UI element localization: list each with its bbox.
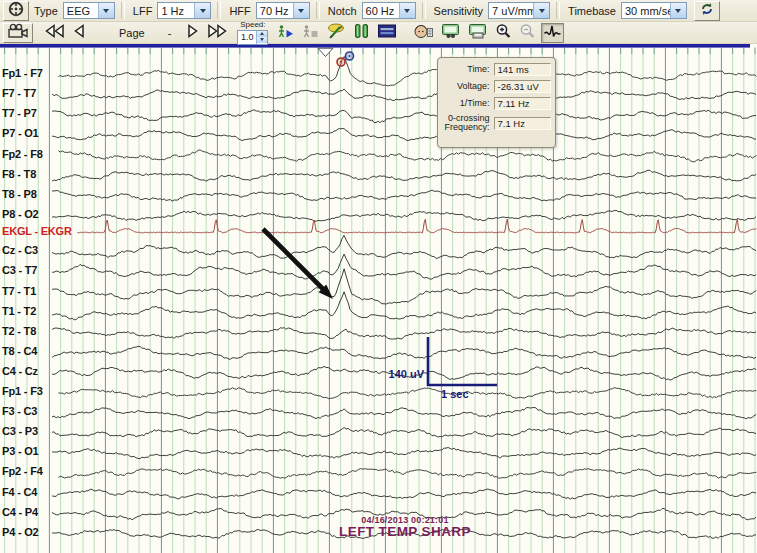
- refresh-button[interactable]: [694, 1, 720, 21]
- lff-label: LFF: [131, 5, 155, 17]
- hff-select[interactable]: 70 Hz: [256, 2, 310, 19]
- monitor-print-button[interactable]: [466, 23, 490, 43]
- type-label: Type: [32, 5, 60, 17]
- event-annotation: 04/16/2013 00:21:01 LEFT TEMP SHARP: [285, 516, 525, 540]
- page-label: Page: [117, 27, 147, 39]
- type-select[interactable]: EEG: [63, 2, 115, 19]
- channel-label: F8 - T8: [2, 167, 36, 181]
- zoom-in-button[interactable]: [493, 23, 514, 43]
- eeg-canvas[interactable]: [0, 0, 757, 553]
- voltage-label: Voltage:: [440, 82, 494, 91]
- timebase-select[interactable]: 30 mm/sec: [621, 2, 687, 19]
- fast-backward-button[interactable]: [42, 23, 67, 43]
- cursor-end-dot: [349, 55, 351, 57]
- channel-label: P3 - O1: [2, 444, 39, 458]
- channel-label: C4 - Cz: [2, 364, 38, 378]
- channel-label: Fp1 - F7: [2, 66, 43, 80]
- event-label: LEFT TEMP SHARP: [285, 525, 525, 539]
- waveform-tool-button[interactable]: [541, 23, 564, 43]
- toolbar-filters: Type EEG LFF 1 Hz HFF 70 Hz Notch 60 Hz …: [0, 0, 757, 22]
- run-review-button[interactable]: [275, 23, 297, 43]
- zero-crossing-label: 0-crossing Frequency:: [440, 114, 494, 132]
- chevron-down-icon[interactable]: [670, 3, 686, 18]
- channel-label: Fp2 - F8: [2, 147, 43, 161]
- zoom-out-icon: [519, 23, 536, 42]
- montage-columns-button[interactable]: [351, 23, 372, 43]
- monitor-search-icon: [441, 23, 461, 42]
- spin-down-icon[interactable]: [257, 37, 267, 43]
- annotation-pencil-icon: [327, 23, 346, 42]
- eeg-review-window: Type EEG LFF 1 Hz HFF 70 Hz Notch 60 Hz …: [0, 0, 757, 553]
- channel-label: T2 - T8: [2, 324, 36, 338]
- channel-label: P8 - O2: [2, 207, 39, 221]
- channel-label: T8 - C4: [2, 344, 37, 358]
- timebase-value: 30 mm/sec: [622, 5, 670, 17]
- chevron-down-icon[interactable]: [293, 3, 309, 18]
- chevron-down-icon[interactable]: [98, 3, 114, 18]
- step-backward-button[interactable]: [70, 23, 88, 43]
- separator: [217, 2, 221, 19]
- channel-label: Cz - C3: [2, 243, 38, 257]
- timeline-bar[interactable]: [0, 44, 750, 48]
- channel-label: P4 - O2: [2, 525, 39, 539]
- notch-select[interactable]: 60 Hz: [362, 2, 416, 19]
- channel-label: T7 - P7: [2, 106, 37, 120]
- speed-label: Speed:: [240, 21, 265, 29]
- step-forward-button[interactable]: [184, 23, 202, 43]
- page-value: -: [166, 27, 174, 39]
- sensitivity-value: 7 uV/mm: [489, 5, 533, 17]
- chevron-down-icon[interactable]: [194, 3, 210, 18]
- waveform-tool-icon: [543, 24, 562, 42]
- notch-value: 60 Hz: [363, 5, 399, 17]
- speed-control: Speed: 1.0: [237, 21, 268, 45]
- patient-face-icon: [413, 23, 434, 42]
- zoom-in-icon: [495, 23, 512, 42]
- type-value: EEG: [64, 5, 98, 17]
- inv-time-value: 7.11 Hz: [494, 97, 551, 110]
- step-backward-icon: [73, 24, 85, 41]
- reel-icon: [7, 1, 25, 20]
- zoom-out-button[interactable]: [517, 23, 538, 43]
- annotation-pencil-button[interactable]: [325, 23, 348, 43]
- measurement-row: Voltage: -26.31 uV: [440, 80, 551, 93]
- video-camera-button[interactable]: [3, 23, 33, 43]
- chevron-down-icon[interactable]: [399, 3, 415, 18]
- channel-label: C4 - P4: [2, 505, 38, 519]
- run-review-icon: [277, 24, 295, 42]
- inv-time-label: 1/Time:: [440, 99, 494, 108]
- channel-label: C3 - T7: [2, 263, 37, 277]
- video-screen-icon: [377, 23, 397, 42]
- separator: [316, 2, 320, 19]
- hff-value: 70 Hz: [257, 5, 293, 17]
- cursor-start-dot: [340, 61, 342, 63]
- pause-review-button[interactable]: [300, 23, 322, 43]
- channel-label: T1 - T2: [2, 304, 36, 318]
- measurement-box: Time: 141 ms Voltage: -26.31 uV 1/Time: …: [437, 57, 556, 148]
- timebase-label: Timebase: [566, 5, 618, 17]
- sensitivity-select[interactable]: 7 uV/mm: [488, 2, 550, 19]
- scale-time-label: 1 sec: [441, 388, 469, 400]
- channel-label: Fp2 - F4: [2, 464, 43, 478]
- step-forward-icon: [187, 24, 199, 41]
- channel-label: EKGL - EKGR: [2, 224, 72, 238]
- patient-face-button[interactable]: [411, 23, 436, 43]
- channel-label: F4 - C4: [2, 485, 37, 499]
- hff-label: HFF: [227, 5, 252, 17]
- speed-value: 1.0: [238, 31, 256, 44]
- chevron-down-icon[interactable]: [533, 3, 549, 18]
- fast-forward-button[interactable]: [205, 23, 230, 43]
- lff-select[interactable]: 1 Hz: [157, 2, 211, 19]
- monitor-search-button[interactable]: [439, 23, 463, 43]
- lff-value: 1 Hz: [158, 5, 194, 17]
- separator: [422, 2, 426, 19]
- fast-forward-icon: [207, 24, 228, 41]
- speed-stepper[interactable]: 1.0: [237, 30, 268, 45]
- video-screen-button[interactable]: [375, 23, 399, 43]
- channel-label: P7 - O1: [2, 126, 39, 140]
- voltage-value: -26.31 uV: [494, 80, 551, 93]
- measurement-row: 0-crossing Frequency: 7.1 Hz: [440, 114, 551, 132]
- sensitivity-label: Sensitivity: [432, 5, 486, 17]
- reel-button[interactable]: [3, 1, 29, 21]
- channel-label: Fp1 - F3: [2, 384, 43, 398]
- montage-columns-icon: [353, 23, 370, 42]
